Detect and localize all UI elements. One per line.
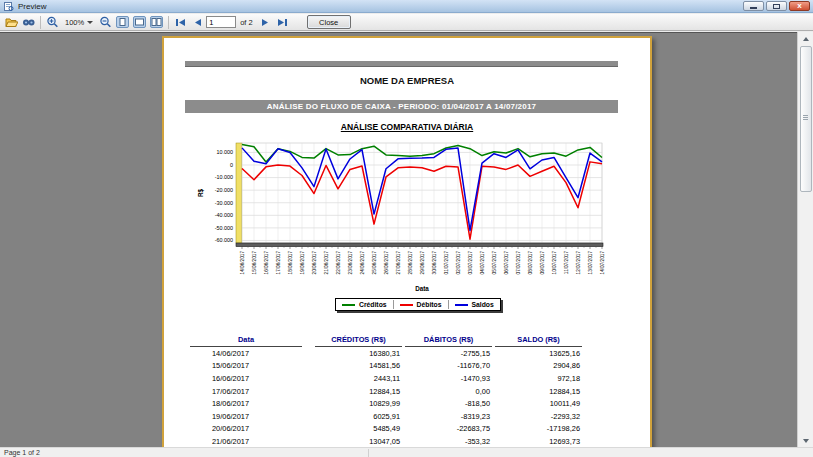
svg-text:08/07/2017: 08/07/2017 bbox=[528, 251, 533, 275]
find-icon bbox=[22, 17, 35, 28]
zoom-level-combo[interactable]: 100% bbox=[61, 18, 97, 27]
svg-text:06/07/2017: 06/07/2017 bbox=[504, 251, 509, 275]
svg-text:14/06/2017: 14/06/2017 bbox=[240, 251, 245, 275]
table-cell: -2293,32 bbox=[495, 412, 582, 421]
vertical-scrollbar[interactable] bbox=[797, 32, 813, 447]
window-title: Preview bbox=[18, 2, 46, 11]
table-cell: -8319,23 bbox=[405, 412, 492, 421]
close-preview-label: Close bbox=[319, 18, 338, 27]
column-header: SALDO (R$) bbox=[495, 335, 582, 347]
daily-values-table: DataCRÉDITOS (R$)DÁBITOS (R$)SALDO (R$)1… bbox=[190, 334, 614, 447]
page-number-input[interactable] bbox=[206, 16, 236, 28]
svg-text:-30.000: -30.000 bbox=[215, 200, 233, 206]
svg-text:07/07/2017: 07/07/2017 bbox=[516, 251, 521, 275]
table-cell: -17198,26 bbox=[495, 424, 582, 433]
preview-workspace: NOME DA EMPRESA ANÁLISE DO FLUXO DE CAIX… bbox=[0, 32, 797, 447]
close-preview-button[interactable]: Close bbox=[307, 15, 351, 29]
legend-item: Créditos bbox=[336, 300, 393, 309]
table-cell: 12693,73 bbox=[495, 437, 582, 446]
legend-label: Créditos bbox=[359, 301, 387, 308]
table-cell: 5485,49 bbox=[315, 424, 402, 433]
zoom-in-button[interactable] bbox=[44, 14, 61, 30]
column-header: CRÉDITOS (R$) bbox=[315, 335, 402, 347]
maximize-button[interactable] bbox=[766, 1, 787, 11]
svg-text:14/07/2017: 14/07/2017 bbox=[600, 251, 605, 275]
svg-text:25/06/2017: 25/06/2017 bbox=[372, 251, 377, 275]
first-page-button[interactable] bbox=[172, 14, 189, 30]
table-cell: 0,00 bbox=[405, 387, 492, 396]
scroll-up-icon bbox=[803, 37, 809, 41]
svg-text:17/06/2017: 17/06/2017 bbox=[276, 251, 281, 275]
open-button[interactable] bbox=[3, 14, 20, 30]
legend-item: Débitos bbox=[393, 300, 448, 309]
table-cell: 14/06/2017 bbox=[190, 349, 302, 358]
svg-text:03/07/2017: 03/07/2017 bbox=[468, 251, 473, 275]
scrollbar-thumb[interactable] bbox=[800, 46, 812, 192]
scroll-down-button[interactable] bbox=[799, 434, 813, 447]
chart-title: ANÁLISE COMPARATIVA DIÁRIA bbox=[164, 122, 650, 132]
whole-page-button[interactable] bbox=[114, 14, 131, 30]
next-page-button[interactable] bbox=[257, 14, 274, 30]
close-icon: x bbox=[797, 2, 801, 10]
page-width-icon bbox=[133, 16, 146, 28]
window-titlebar: Preview x bbox=[0, 0, 813, 13]
preview-icon bbox=[4, 2, 14, 11]
table-cell: 21/06/2017 bbox=[190, 437, 302, 446]
svg-text:10/07/2017: 10/07/2017 bbox=[552, 251, 557, 275]
last-page-button[interactable] bbox=[274, 14, 291, 30]
legend-line-swatch bbox=[400, 304, 413, 306]
page-width-button[interactable] bbox=[131, 14, 148, 30]
svg-text:21/06/2017: 21/06/2017 bbox=[324, 251, 329, 275]
scrollbar-grip bbox=[803, 115, 808, 116]
minimize-button[interactable] bbox=[743, 1, 764, 11]
table-cell: 10829,99 bbox=[315, 399, 402, 408]
svg-text:26/06/2017: 26/06/2017 bbox=[384, 251, 389, 275]
table-cell: -2755,15 bbox=[405, 349, 492, 358]
table-cell: 12884,15 bbox=[315, 387, 402, 396]
column-header: DÁBITOS (R$) bbox=[405, 335, 492, 347]
prev-page-button[interactable] bbox=[189, 14, 206, 30]
table-row: 21/06/201713047,05-353,3212693,73 bbox=[190, 435, 614, 447]
table-cell: 14581,56 bbox=[315, 361, 402, 370]
table-cell: 17/06/2017 bbox=[190, 387, 302, 396]
table-cell: 18/06/2017 bbox=[190, 399, 302, 408]
x-axis-label: Data bbox=[415, 285, 429, 292]
svg-text:22/06/2017: 22/06/2017 bbox=[336, 251, 341, 275]
column-header: Data bbox=[190, 335, 302, 347]
svg-text:05/07/2017: 05/07/2017 bbox=[492, 251, 497, 275]
svg-text:29/06/2017: 29/06/2017 bbox=[420, 251, 425, 275]
table-cell: -22683,75 bbox=[405, 424, 492, 433]
table-cell: 15/06/2017 bbox=[190, 361, 302, 370]
chart-legend: CréditosDébitosSaldos bbox=[335, 298, 501, 311]
table-row: 20/06/20175485,49-22683,75-17198,26 bbox=[190, 423, 614, 436]
two-pages-button[interactable] bbox=[148, 14, 165, 30]
table-cell: 20/06/2017 bbox=[190, 424, 302, 433]
find-button[interactable] bbox=[20, 14, 37, 30]
table-row: 16/06/20172443,11-1470,93972,18 bbox=[190, 372, 614, 385]
svg-text:16/06/2017: 16/06/2017 bbox=[264, 251, 269, 275]
svg-text:-40.000: -40.000 bbox=[215, 212, 233, 218]
table-cell: 13047,05 bbox=[315, 437, 402, 446]
table-header-row: DataCRÉDITOS (R$)DÁBITOS (R$)SALDO (R$) bbox=[190, 334, 614, 347]
svg-text:19/06/2017: 19/06/2017 bbox=[300, 251, 305, 275]
cashflow-line-chart: 10.0000-10.000-20.000-30.000-40.000-50.0… bbox=[190, 135, 635, 298]
table-cell: 13625,16 bbox=[495, 349, 582, 358]
table-cell: -11676,70 bbox=[405, 361, 492, 370]
maximize-icon bbox=[773, 4, 780, 9]
table-row: 14/06/201716380,31-2755,1513625,16 bbox=[190, 347, 614, 360]
close-window-button[interactable]: x bbox=[789, 1, 810, 11]
scroll-up-button[interactable] bbox=[799, 32, 813, 45]
legend-item: Saldos bbox=[448, 300, 500, 309]
svg-text:02/07/2017: 02/07/2017 bbox=[456, 251, 461, 275]
svg-text:10.000: 10.000 bbox=[217, 149, 234, 155]
statusbar-divider bbox=[368, 449, 369, 457]
table-cell: 2904,86 bbox=[495, 361, 582, 370]
table-cell: 16/06/2017 bbox=[190, 374, 302, 383]
zoom-out-button[interactable] bbox=[97, 14, 114, 30]
table-cell: -1470,93 bbox=[405, 374, 492, 383]
table-row: 18/06/201710829,99-818,5010011,49 bbox=[190, 397, 614, 410]
preview-window: Preview x bbox=[0, 0, 813, 457]
svg-text:-60.000: -60.000 bbox=[215, 237, 233, 243]
preview-toolbar: 100% bbox=[0, 14, 813, 31]
table-cell: 6025,91 bbox=[315, 412, 402, 421]
